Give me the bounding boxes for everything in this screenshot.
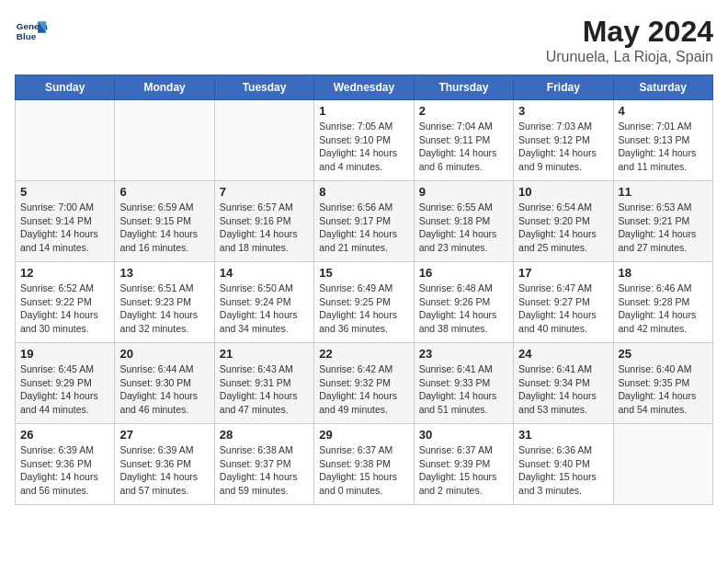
day-number: 17 — [518, 266, 608, 280]
calendar-cell: 3Sunrise: 7:03 AMSunset: 9:12 PMDaylight… — [514, 100, 613, 181]
calendar-cell: 18Sunrise: 6:46 AMSunset: 9:28 PMDayligh… — [613, 262, 712, 343]
calendar-cell: 9Sunrise: 6:55 AMSunset: 9:18 PMDaylight… — [414, 181, 513, 262]
calendar-cell: 29Sunrise: 6:37 AMSunset: 9:38 PMDayligh… — [314, 424, 414, 505]
day-number: 30 — [419, 428, 508, 442]
day-number: 3 — [518, 104, 608, 118]
day-number: 19 — [20, 347, 109, 361]
day-number: 21 — [220, 347, 309, 361]
day-number: 24 — [518, 347, 608, 361]
calendar-cell: 20Sunrise: 6:44 AMSunset: 9:30 PMDayligh… — [115, 343, 214, 424]
day-number: 5 — [20, 185, 109, 199]
calendar-cell: 21Sunrise: 6:43 AMSunset: 9:31 PMDayligh… — [214, 343, 313, 424]
weekday-header: Wednesday — [314, 75, 414, 100]
day-number: 10 — [518, 185, 608, 199]
day-info: Sunrise: 6:44 AMSunset: 9:30 PMDaylight:… — [119, 362, 209, 417]
weekday-header: Tuesday — [214, 75, 313, 100]
day-info: Sunrise: 7:05 AMSunset: 9:10 PMDaylight:… — [319, 120, 408, 174]
day-info: Sunrise: 6:49 AMSunset: 9:25 PMDaylight:… — [319, 282, 408, 336]
calendar-cell: 26Sunrise: 6:39 AMSunset: 9:36 PMDayligh… — [16, 424, 115, 505]
calendar-cell: 24Sunrise: 6:41 AMSunset: 9:34 PMDayligh… — [514, 343, 613, 424]
weekday-header: Friday — [514, 75, 613, 100]
day-info: Sunrise: 6:39 AMSunset: 9:36 PMDaylight:… — [119, 443, 209, 498]
calendar-cell: 15Sunrise: 6:49 AMSunset: 9:25 PMDayligh… — [314, 262, 414, 343]
weekday-header: Sunday — [16, 75, 115, 100]
day-number: 31 — [518, 428, 608, 442]
day-number: 29 — [319, 428, 408, 442]
day-info: Sunrise: 7:04 AMSunset: 9:11 PMDaylight:… — [419, 120, 508, 174]
page-title: May 2024 — [546, 15, 713, 49]
weekday-header: Thursday — [414, 75, 513, 100]
day-info: Sunrise: 6:54 AMSunset: 9:20 PMDaylight:… — [518, 201, 608, 255]
calendar-table: SundayMondayTuesdayWednesdayThursdayFrid… — [15, 75, 713, 505]
day-number: 26 — [20, 428, 109, 442]
day-info: Sunrise: 6:53 AMSunset: 9:21 PMDaylight:… — [619, 201, 708, 255]
day-info: Sunrise: 6:43 AMSunset: 9:31 PMDaylight:… — [220, 362, 309, 417]
day-info: Sunrise: 6:52 AMSunset: 9:22 PMDaylight:… — [20, 282, 109, 336]
calendar-cell: 14Sunrise: 6:50 AMSunset: 9:24 PMDayligh… — [214, 262, 313, 343]
calendar-week-row: 19Sunrise: 6:45 AMSunset: 9:29 PMDayligh… — [16, 343, 713, 424]
day-info: Sunrise: 6:42 AMSunset: 9:32 PMDaylight:… — [319, 362, 408, 417]
day-info: Sunrise: 6:39 AMSunset: 9:36 PMDaylight:… — [20, 443, 109, 498]
weekday-header: Saturday — [613, 75, 712, 100]
calendar-cell: 17Sunrise: 6:47 AMSunset: 9:27 PMDayligh… — [514, 262, 613, 343]
day-info: Sunrise: 7:00 AMSunset: 9:14 PMDaylight:… — [20, 201, 109, 255]
calendar-cell: 8Sunrise: 6:56 AMSunset: 9:17 PMDaylight… — [314, 181, 414, 262]
calendar-cell: 6Sunrise: 6:59 AMSunset: 9:15 PMDaylight… — [115, 181, 214, 262]
calendar-cell: 23Sunrise: 6:41 AMSunset: 9:33 PMDayligh… — [414, 343, 513, 424]
day-info: Sunrise: 6:51 AMSunset: 9:23 PMDaylight:… — [119, 282, 209, 336]
page-subtitle: Urunuela, La Rioja, Spain — [546, 49, 713, 65]
calendar-cell: 2Sunrise: 7:04 AMSunset: 9:11 PMDaylight… — [414, 100, 513, 181]
day-info: Sunrise: 6:40 AMSunset: 9:35 PMDaylight:… — [619, 362, 708, 417]
calendar-cell: 25Sunrise: 6:40 AMSunset: 9:35 PMDayligh… — [613, 343, 712, 424]
day-number: 4 — [619, 104, 708, 118]
day-info: Sunrise: 6:57 AMSunset: 9:16 PMDaylight:… — [220, 201, 309, 255]
day-number: 8 — [319, 185, 408, 199]
calendar-cell: 31Sunrise: 6:36 AMSunset: 9:40 PMDayligh… — [514, 424, 613, 505]
header: General Blue May 2024 Urunuela, La Rioja… — [15, 15, 713, 65]
day-info: Sunrise: 6:55 AMSunset: 9:18 PMDaylight:… — [419, 201, 508, 255]
day-info: Sunrise: 6:41 AMSunset: 9:33 PMDaylight:… — [419, 362, 508, 417]
calendar-cell: 1Sunrise: 7:05 AMSunset: 9:10 PMDaylight… — [314, 100, 414, 181]
calendar-cell: 16Sunrise: 6:48 AMSunset: 9:26 PMDayligh… — [414, 262, 513, 343]
calendar-cell: 10Sunrise: 6:54 AMSunset: 9:20 PMDayligh… — [514, 181, 613, 262]
day-info: Sunrise: 6:45 AMSunset: 9:29 PMDaylight:… — [20, 362, 109, 417]
day-number: 15 — [319, 266, 408, 280]
day-number: 9 — [419, 185, 508, 199]
weekday-header: Monday — [115, 75, 214, 100]
calendar-cell: 13Sunrise: 6:51 AMSunset: 9:23 PMDayligh… — [115, 262, 214, 343]
calendar-cell: 5Sunrise: 7:00 AMSunset: 9:14 PMDaylight… — [16, 181, 115, 262]
calendar-week-row: 5Sunrise: 7:00 AMSunset: 9:14 PMDaylight… — [16, 181, 713, 262]
day-info: Sunrise: 6:37 AMSunset: 9:38 PMDaylight:… — [319, 443, 408, 498]
day-info: Sunrise: 6:59 AMSunset: 9:15 PMDaylight:… — [119, 201, 209, 255]
day-number: 18 — [619, 266, 708, 280]
day-number: 22 — [319, 347, 408, 361]
day-number: 13 — [119, 266, 209, 280]
day-info: Sunrise: 6:37 AMSunset: 9:39 PMDaylight:… — [419, 443, 508, 498]
day-number: 25 — [619, 347, 708, 361]
calendar-week-row: 26Sunrise: 6:39 AMSunset: 9:36 PMDayligh… — [16, 424, 713, 505]
calendar-cell: 11Sunrise: 6:53 AMSunset: 9:21 PMDayligh… — [613, 181, 712, 262]
day-number: 12 — [20, 266, 109, 280]
calendar-cell — [214, 100, 313, 181]
calendar-cell — [613, 424, 712, 505]
day-number: 2 — [419, 104, 508, 118]
day-number: 7 — [220, 185, 309, 199]
day-number: 11 — [619, 185, 708, 199]
calendar-cell — [16, 100, 115, 181]
day-info: Sunrise: 6:36 AMSunset: 9:40 PMDaylight:… — [518, 443, 608, 498]
calendar-cell: 7Sunrise: 6:57 AMSunset: 9:16 PMDaylight… — [214, 181, 313, 262]
day-number: 14 — [220, 266, 309, 280]
calendar-cell — [115, 100, 214, 181]
calendar-cell: 19Sunrise: 6:45 AMSunset: 9:29 PMDayligh… — [16, 343, 115, 424]
day-info: Sunrise: 6:38 AMSunset: 9:37 PMDaylight:… — [220, 443, 309, 498]
day-number: 6 — [119, 185, 209, 199]
calendar-cell: 4Sunrise: 7:01 AMSunset: 9:13 PMDaylight… — [613, 100, 712, 181]
calendar-cell: 30Sunrise: 6:37 AMSunset: 9:39 PMDayligh… — [414, 424, 513, 505]
day-info: Sunrise: 7:01 AMSunset: 9:13 PMDaylight:… — [619, 120, 708, 174]
title-area: May 2024 Urunuela, La Rioja, Spain — [546, 15, 713, 65]
day-number: 27 — [119, 428, 209, 442]
day-info: Sunrise: 6:47 AMSunset: 9:27 PMDaylight:… — [518, 282, 608, 336]
logo: General Blue — [15, 15, 48, 48]
day-number: 20 — [119, 347, 209, 361]
weekday-header-row: SundayMondayTuesdayWednesdayThursdayFrid… — [16, 75, 713, 100]
